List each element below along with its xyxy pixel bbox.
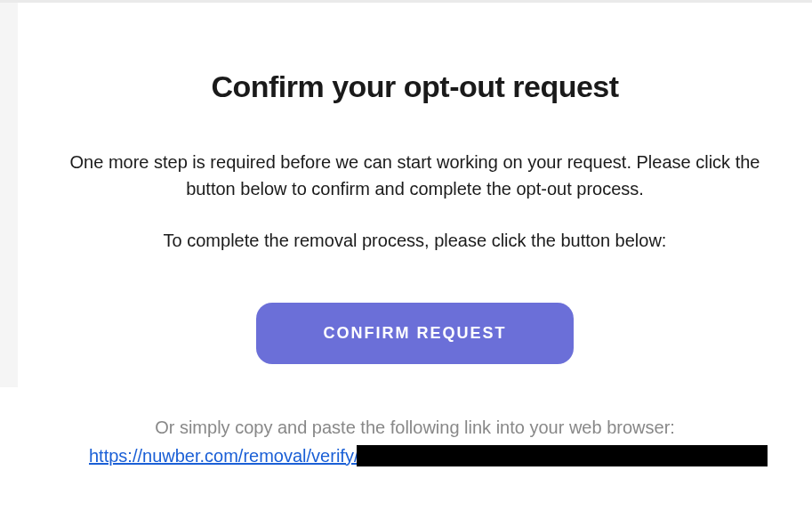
verification-link[interactable]: https://nuwber.com/removal/verify/ — [89, 446, 358, 466]
redacted-token — [357, 445, 768, 466]
email-content: Confirm your opt-out request One more st… — [18, 3, 812, 466]
intro-paragraph: One more step is required before we can … — [62, 149, 768, 202]
page-title: Confirm your opt-out request — [62, 69, 768, 104]
left-margin — [0, 0, 18, 387]
alt-instruction-text: Or simply copy and paste the following l… — [62, 418, 768, 438]
verification-link-row: https://nuwber.com/removal/verify/ — [62, 445, 768, 466]
confirm-request-button[interactable]: CONFIRM REQUEST — [256, 303, 573, 364]
instruction-paragraph: To complete the removal process, please … — [62, 227, 768, 254]
